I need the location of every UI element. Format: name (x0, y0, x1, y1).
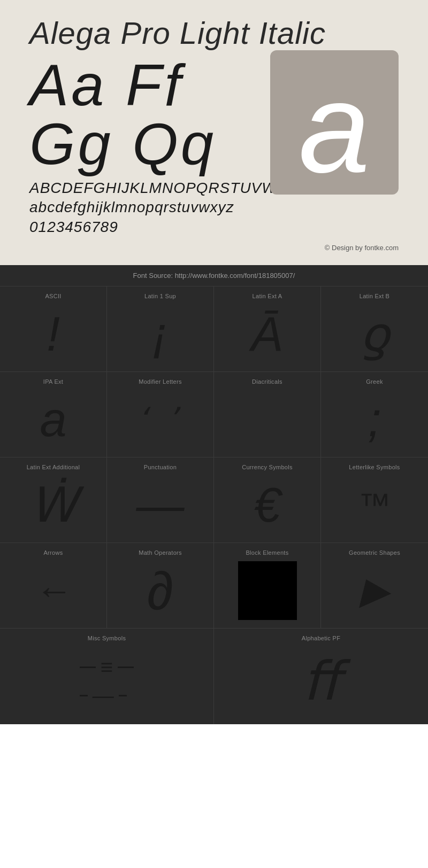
cell-char: ! (47, 305, 60, 363)
cell-label: Latin Ext A (253, 293, 282, 299)
glyph-cell-ascii: ASCII! (0, 286, 107, 372)
cell-label: Math Operators (139, 549, 182, 556)
cell-label: Currency Symbols (242, 464, 293, 470)
cell-label: Latin Ext B (360, 293, 390, 299)
digits: 0123456789 (29, 218, 399, 237)
block-element-box (238, 561, 297, 620)
glyph-cell-misc-symbols: Misc Symbols≡— (0, 629, 214, 724)
glyph-cell-math-operators: Math Operators∂ (107, 543, 214, 629)
alphabet-lower: abcdefghijklmnopqrstuvwxyz (29, 198, 399, 217)
cell-label: Block Elements (246, 549, 288, 556)
cell-label: Diacriticals (252, 378, 282, 385)
font-title: Alega Pro Light Italic (29, 16, 399, 50)
font-source: Font Source: http://www.fontke.com/font/… (0, 265, 428, 286)
glyph-grid: ASCII!Latin 1 Sup¡Latin Ext AĀLatin Ext … (0, 286, 428, 629)
cell-label: Alphabetic PF (302, 635, 340, 641)
cell-char (238, 561, 297, 620)
cell-char: ▶ (360, 561, 389, 620)
cell-label: IPA Ext (43, 378, 63, 385)
cell-label: Modifier Letters (139, 378, 182, 385)
glyph-cell-latin-ext-b: Latin Ext Bƍ (321, 286, 428, 372)
glyph-cell-letterlike-symbols: Letterlike Symbols™ (321, 458, 428, 543)
cell-label: Latin 1 Sup (144, 293, 176, 299)
cell-char: € (254, 476, 280, 534)
glyph-cell-ipa-ext: IPA Exta (0, 372, 107, 458)
cell-char: ; (368, 390, 381, 449)
cell-char: ← (35, 561, 72, 620)
cell-label: Arrows (43, 549, 63, 556)
cell-label: Punctuation (144, 464, 177, 470)
glyph-cell-latin-ext-additional: Latin Ext AdditionalẆ (0, 458, 107, 543)
cell-label: Letterlike Symbols (349, 464, 400, 470)
cell-char: ∂ (147, 561, 173, 620)
cell-char: ¡ (152, 305, 169, 363)
cell-char: ™ (358, 476, 391, 534)
cell-label: Latin Ext Additional (27, 464, 80, 470)
cell-label: ASCII (45, 293, 61, 299)
bottom-section: Font Source: http://www.fontke.com/font/… (0, 265, 428, 724)
glyph-cell-block-elements: Block Elements (214, 543, 321, 629)
cell-char: — (136, 476, 185, 534)
preview-section: Alega Pro Light Italic Aa Ff Gg Qq a ABC… (0, 0, 428, 265)
cell-char: ≡— (80, 647, 134, 716)
cell-label: Greek (366, 378, 383, 385)
copyright: © Design by fontke.com (29, 239, 399, 254)
glyph-cell-geometric-shapes: Geometric Shapes▶ (321, 543, 428, 629)
cell-char: Ẇ (29, 476, 77, 534)
glyph-cell-modifier-letters: Modifier Lettersʻ ʼ (107, 372, 214, 458)
glyph-cell-latin-1-sup: Latin 1 Sup¡ (107, 286, 214, 372)
cell-char: ƍ (360, 305, 389, 363)
glyph-cell-punctuation: Punctuation— (107, 458, 214, 543)
glyph-cell-diacriticals: Diacriticals (214, 372, 321, 458)
big-char-overlay: a (270, 50, 399, 195)
glyph-cell-currency-symbols: Currency Symbols€ (214, 458, 321, 543)
cell-char: ﬀ (303, 647, 340, 716)
cell-label: Geometric Shapes (349, 549, 400, 556)
cell-char: Ā (251, 305, 283, 363)
glyph-cell-latin-ext-a: Latin Ext AĀ (214, 286, 321, 372)
glyph-row-1: Aa Ff Gg Qq a (29, 56, 399, 173)
cell-char: ʻ ʼ (137, 390, 183, 449)
glyph-cell-greek: Greek; (321, 372, 428, 458)
cell-char: a (40, 390, 66, 449)
big-char: a (299, 64, 370, 192)
bottom-glyph-grid: Misc Symbols≡—Alphabetic PFﬀ (0, 629, 428, 724)
glyph-cell-alphabetic-pf: Alphabetic PFﬀ (214, 629, 428, 724)
cell-label: Misc Symbols (88, 635, 126, 641)
glyph-cell-arrows: Arrows← (0, 543, 107, 629)
